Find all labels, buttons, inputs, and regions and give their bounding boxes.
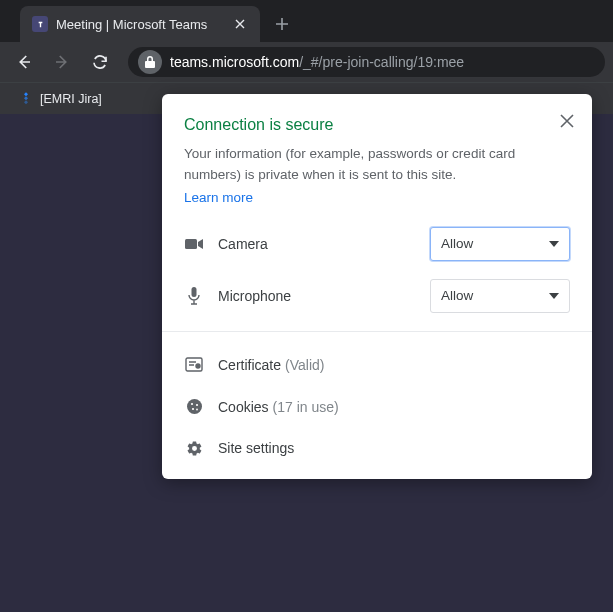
permission-label: Camera xyxy=(218,236,416,252)
microphone-permission-select[interactable]: Allow xyxy=(430,279,570,313)
teams-favicon-icon xyxy=(32,16,48,32)
url-text: teams.microsoft.com/_#/pre-join-calling/… xyxy=(170,54,464,70)
certificate-row[interactable]: Certificate(Valid) xyxy=(184,344,570,386)
toolbar: teams.microsoft.com/_#/pre-join-calling/… xyxy=(0,42,613,82)
svg-point-7 xyxy=(191,408,193,410)
site-info-button[interactable] xyxy=(138,50,162,74)
svg-rect-0 xyxy=(185,239,197,249)
new-tab-button[interactable] xyxy=(268,10,296,38)
microphone-icon xyxy=(184,287,204,305)
svg-point-4 xyxy=(187,399,202,414)
camera-icon xyxy=(184,238,204,250)
bookmark-item-emri-jira[interactable]: [EMRI Jira] xyxy=(12,87,108,111)
certificate-icon xyxy=(184,357,204,372)
cookie-icon xyxy=(184,398,204,415)
browser-tab[interactable]: Meeting | Microsoft Teams xyxy=(20,6,260,42)
reload-button[interactable] xyxy=(84,46,116,78)
address-bar[interactable]: teams.microsoft.com/_#/pre-join-calling/… xyxy=(128,47,605,77)
permission-row-microphone: Microphone Allow xyxy=(184,279,570,313)
permission-row-camera: Camera Allow xyxy=(184,227,570,261)
bookmark-label: [EMRI Jira] xyxy=(40,92,102,106)
cookies-row[interactable]: Cookies(17 in use) xyxy=(184,386,570,428)
svg-point-6 xyxy=(195,404,197,406)
site-info-popover: Connection is secure Your information (f… xyxy=(162,94,592,479)
learn-more-link[interactable]: Learn more xyxy=(184,190,253,205)
back-button[interactable] xyxy=(8,46,40,78)
jira-icon xyxy=(18,91,34,107)
chevron-down-icon xyxy=(549,293,559,299)
svg-point-3 xyxy=(196,364,200,368)
svg-point-8 xyxy=(196,409,198,411)
gear-icon xyxy=(184,440,204,457)
info-text: Certificate(Valid) xyxy=(218,356,324,374)
svg-point-5 xyxy=(190,403,192,405)
camera-permission-select[interactable]: Allow xyxy=(430,227,570,261)
tab-title: Meeting | Microsoft Teams xyxy=(56,17,224,32)
close-tab-button[interactable] xyxy=(232,16,248,32)
permission-label: Microphone xyxy=(218,288,416,304)
forward-button[interactable] xyxy=(46,46,78,78)
site-settings-row[interactable]: Site settings xyxy=(184,428,570,469)
info-text: Site settings xyxy=(218,440,294,456)
chevron-down-icon xyxy=(549,241,559,247)
popover-description: Your information (for example, passwords… xyxy=(184,144,570,186)
tab-bar: Meeting | Microsoft Teams xyxy=(0,0,613,42)
divider xyxy=(162,331,592,332)
connection-secure-heading: Connection is secure xyxy=(184,116,333,134)
popover-close-button[interactable] xyxy=(556,110,578,132)
svg-rect-1 xyxy=(192,287,197,297)
info-text: Cookies(17 in use) xyxy=(218,398,339,416)
